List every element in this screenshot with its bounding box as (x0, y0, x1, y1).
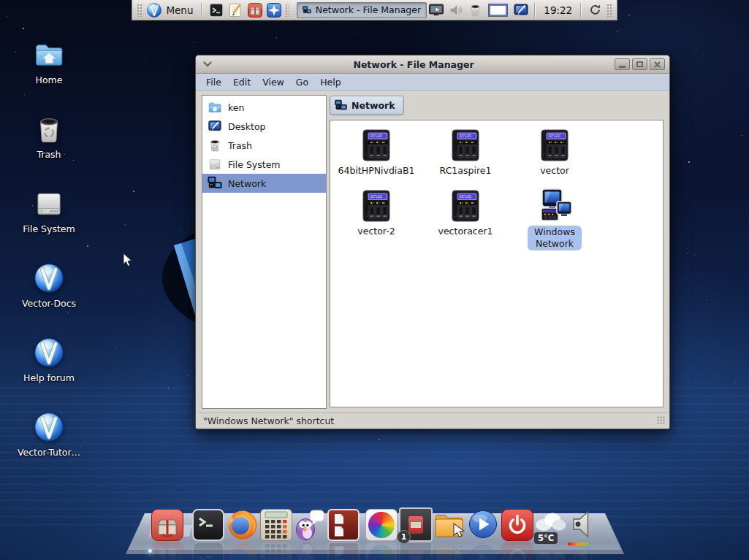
panel-separator (580, 3, 582, 18)
desktop-monitor-icon (208, 119, 222, 134)
pinwheel-icon (368, 512, 395, 538)
panel-grip-right[interactable] (607, 4, 612, 17)
window-menubar: File Edit View Go Help (196, 74, 669, 91)
file-item-vector[interactable]: vector (512, 128, 598, 177)
maximize-icon (636, 61, 643, 67)
nas-server-icon (537, 128, 572, 163)
dock-terminal-icon[interactable] (192, 509, 224, 541)
windows-network-icon (537, 188, 572, 223)
text-editor-icon (227, 2, 243, 18)
home-folder-icon (208, 100, 222, 115)
panel-separator (534, 3, 536, 18)
window-title: Network - File Manager (215, 59, 612, 70)
sidebar-item-file-system[interactable]: File System (202, 155, 326, 174)
dock-pidgin-icon[interactable] (294, 509, 326, 541)
dock-window-preview[interactable]: 1 (399, 507, 433, 542)
vector-globe-icon (33, 262, 65, 294)
file-item-windows-network[interactable]: Windows Network (512, 188, 598, 250)
sidebar: ken Desktop Trash File System Network (202, 95, 327, 409)
desktop-icon-vector-tutorial[interactable]: Vector-Tutor… (9, 411, 89, 458)
minimize-button[interactable] (615, 58, 630, 70)
volume-level-bar (568, 542, 588, 545)
network-computers-icon (208, 176, 222, 191)
menu-button[interactable]: Menu (144, 1, 197, 19)
file-item-vectoracer1[interactable]: vectoracer1 (422, 188, 509, 250)
nas-server-icon (448, 128, 483, 163)
taskbar-handle (285, 4, 289, 17)
file-item-vector-2[interactable]: vector-2 (333, 188, 419, 250)
trash-can-icon (208, 138, 222, 153)
tray-volume-icon[interactable] (448, 1, 464, 19)
nas-server-icon (359, 188, 394, 223)
status-text: "Windows Network" shortcut (203, 415, 334, 426)
desktop-icon-vector-docs[interactable]: Vector-Docs (9, 262, 89, 309)
launcher-terminal[interactable] (208, 1, 224, 19)
sidebar-item-ken[interactable]: ken (202, 98, 326, 117)
menu-file[interactable]: File (200, 75, 227, 89)
nas-server-icon (359, 128, 394, 163)
window-preview-thumbnail (408, 516, 423, 534)
window-titlebar[interactable]: Network - File Manager (196, 55, 669, 74)
maximize-button[interactable] (632, 58, 647, 70)
menu-go[interactable]: Go (290, 75, 314, 89)
path-bar: Network (330, 93, 664, 117)
file-manager-window: Network - File Manager File Edit View Go… (195, 55, 670, 429)
close-button[interactable] (650, 58, 665, 70)
desktop-icon-home[interactable]: Home (9, 39, 89, 85)
mouse-cursor (123, 253, 133, 269)
nas-server-icon (448, 188, 483, 223)
taskbar-window-button[interactable]: Network - File Manager (297, 2, 427, 18)
network-window-icon (303, 4, 311, 16)
close-icon (654, 61, 661, 68)
dock-archive-manager-icon[interactable] (327, 509, 360, 541)
menu-label: Menu (166, 4, 193, 16)
dock-media-player-icon[interactable] (468, 509, 500, 541)
dock-package-tool-icon[interactable] (151, 509, 183, 541)
dock-calculator-icon[interactable] (260, 509, 292, 541)
dock-volume-icon[interactable] (569, 509, 601, 541)
desktop-icon-trash[interactable]: Trash (9, 113, 89, 160)
vector-globe-icon (33, 411, 65, 443)
sidebar-item-desktop[interactable]: Desktop (202, 117, 326, 136)
sidebar-item-network[interactable]: Network (202, 174, 326, 193)
resize-grip[interactable] (657, 416, 666, 425)
file-item-64bitHPNivdiaB1[interactable]: 64bitHPNivdiaB1 (333, 128, 419, 177)
dock-firefox-icon[interactable] (227, 509, 259, 541)
window-shade-button[interactable] (200, 58, 215, 70)
tray-display-icon[interactable] (428, 1, 444, 19)
pathbar-network-button[interactable]: Network (330, 96, 404, 115)
dock-image-viewer-icon[interactable] (365, 509, 398, 541)
dock-power-icon[interactable] (501, 509, 533, 541)
minimize-icon (619, 66, 626, 68)
taskbar-window-title: Network - File Manager (316, 4, 421, 15)
menu-edit[interactable]: Edit (227, 75, 256, 89)
tray-trash-icon[interactable] (467, 1, 483, 19)
session-refresh-icon[interactable] (587, 1, 603, 19)
workspace-switcher[interactable] (489, 4, 507, 16)
network-computers-icon (335, 99, 347, 112)
launcher-package-manager[interactable] (246, 1, 262, 19)
tray-desktop-settings-icon[interactable] (513, 1, 529, 19)
sidebar-item-trash[interactable]: Trash (202, 136, 326, 155)
home-folder-icon (33, 39, 65, 71)
panel-clock[interactable]: 19:22 (539, 4, 577, 16)
launcher-text-editor[interactable] (227, 1, 243, 19)
temperature-badge: 5°C (534, 532, 558, 544)
window-count-badge: 1 (397, 530, 411, 544)
desktop-icon-help-forum[interactable]: Help forum (9, 337, 89, 383)
launcher-control-center[interactable] (266, 1, 282, 19)
file-item-RC1aspire1[interactable]: RC1aspire1 (422, 128, 509, 177)
hard-drive-icon (208, 157, 222, 172)
control-center-icon (266, 2, 282, 18)
dock-file-manager-icon[interactable] (433, 509, 465, 541)
file-view[interactable]: 64bitHPNivdiaB1 RC1aspire1 vector vector… (330, 120, 664, 407)
trash-can-icon (33, 113, 65, 145)
dock-weather-icon[interactable]: 5°C (533, 509, 566, 541)
top-panel: Menu Network - File Manager 19:22 (132, 0, 617, 20)
panel-separator (201, 3, 202, 18)
menu-view[interactable]: View (256, 75, 290, 89)
hard-drive-icon (33, 188, 65, 220)
desktop-icon-file-system[interactable]: File System (9, 188, 89, 234)
panel-grip-left[interactable] (137, 4, 142, 17)
menu-help[interactable]: Help (314, 75, 347, 89)
